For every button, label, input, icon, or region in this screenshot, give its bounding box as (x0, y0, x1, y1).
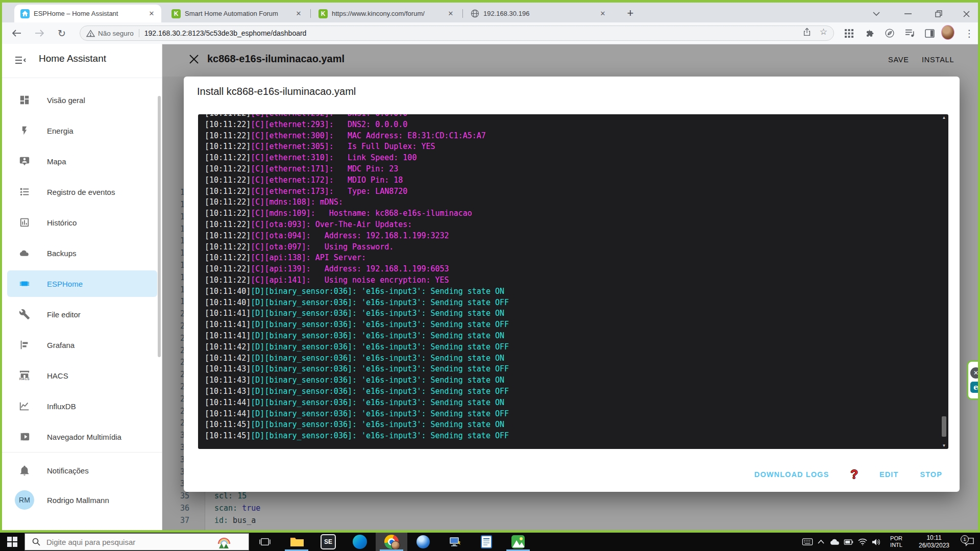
log-line: [10:11:22][C][ota:097]: Using Password. (205, 242, 948, 253)
sidebar-header: Home Assistant (2, 44, 162, 78)
tray-speaker[interactable] (869, 533, 883, 551)
log-line: [10:11:22][C][ethernet:310]: Link Speed:… (205, 153, 948, 164)
browser-tab[interactable]: 192.168.30.196✕ (464, 5, 612, 22)
log-line: [10:11:41][D][binary_sensor:036]: 'e16s-… (205, 308, 948, 319)
sidebar-item-vis-o-geral[interactable]: Visão geral (7, 87, 157, 113)
sidebar-item-notifica-es[interactable]: Notificações (7, 457, 157, 484)
tab-title: Smart Home Automation Forum (185, 10, 290, 17)
log-line: [10:11:44][D][binary_sensor:036]: 'e16s-… (205, 397, 948, 409)
sidebar-item-registro-de-eventos[interactable]: Registro de eventos (7, 179, 157, 205)
back-icon[interactable] (10, 27, 23, 40)
browser-toolbar: ↻ Não seguro 192.168.30.2:8123/5c53de3b_… (2, 22, 978, 44)
tab-separator (462, 9, 463, 18)
taskbar-app-edge[interactable] (344, 533, 376, 551)
badge-account-icon (18, 155, 31, 167)
tray-cloud[interactable] (828, 533, 842, 551)
terminal-scrollbar[interactable]: ▲ ▼ (940, 115, 948, 448)
playlist-extension-icon[interactable] (903, 27, 917, 40)
home-assistant-icon (20, 9, 30, 18)
sidebar-item-hacs[interactable]: HACSHACS (7, 362, 157, 389)
edit-button[interactable]: EDIT (879, 470, 898, 479)
sidebar-collapse-icon[interactable] (14, 55, 27, 68)
sidebar-item-rodrigo-mallmann[interactable]: RMRodrigo Mallmann (7, 487, 157, 513)
browser-tab[interactable]: ESPHome – Home Assistant✕ (14, 5, 161, 22)
scroll-down-icon[interactable]: ▼ (941, 443, 947, 448)
taskbar-app-writer[interactable] (471, 533, 502, 551)
browser-menu-kebab-icon[interactable]: ⋮ (963, 27, 976, 40)
tray-keyboard[interactable] (800, 533, 814, 551)
taskbar-clock[interactable]: 10:11 26/03/2023 (910, 534, 959, 549)
keyboard-language-indicator[interactable]: PORINTL (883, 535, 910, 548)
sidebar-item-backups[interactable]: Backups (7, 240, 157, 266)
leaf-extension-icon[interactable] (883, 27, 896, 40)
sidebar-item-mapa[interactable]: Mapa (7, 148, 157, 174)
taskbar-app-remote[interactable] (439, 533, 471, 551)
search-highlight-weather-icon[interactable] (217, 536, 231, 551)
log-line: [10:11:43][D][binary_sensor:036]: 'e16s-… (205, 364, 948, 375)
hacs-icon-label: HACS (19, 377, 30, 381)
new-tab-button[interactable]: + (623, 6, 638, 21)
window-menu-chevron-icon[interactable] (865, 7, 888, 21)
sidebar-item-file-editor[interactable]: File editor (7, 301, 157, 328)
log-line: [10:11:22][C][api:139]: Address: 192.168… (205, 264, 948, 275)
wifi-icon (858, 538, 867, 545)
taskbar-app-taskview[interactable] (249, 533, 281, 551)
browser-tab[interactable]: Khttps://www.kincony.com/forum/✕ (312, 5, 460, 22)
reload-icon[interactable]: ↻ (55, 27, 68, 40)
extensions-puzzle-icon[interactable] (863, 27, 876, 40)
chevron-up-icon (818, 540, 824, 544)
search-input[interactable] (45, 537, 201, 547)
download-logs-button[interactable]: DOWNLOAD LOGS (754, 470, 829, 479)
start-button[interactable] (0, 533, 24, 551)
log-terminal[interactable]: [10:11:22][C][ethernet:292]: DNS1: 0.0.0… (198, 114, 948, 449)
taskbar-app-sphere[interactable] (407, 533, 439, 551)
forward-icon[interactable] (33, 27, 46, 40)
address-bar[interactable]: Não seguro 192.168.30.2:8123/5c53de3b_es… (80, 26, 834, 41)
sidebar-item-hist-rico[interactable]: Histórico (7, 209, 157, 236)
stop-button[interactable]: STOP (920, 470, 942, 479)
browser-profile-avatar[interactable] (941, 26, 954, 39)
url-text[interactable]: 192.168.30.2:8123/5c53de3b_esphome/dashb… (144, 29, 802, 37)
tray-chevron-up[interactable] (814, 533, 828, 551)
bookmark-star-icon[interactable]: ☆ (820, 28, 827, 39)
sidebar-item-navegador-multim-dia[interactable]: Navegador Multimídia (7, 423, 157, 450)
speaker-icon (872, 538, 881, 546)
share-icon[interactable] (802, 28, 812, 39)
apps-grid-icon[interactable] (842, 27, 855, 40)
side-panel-icon[interactable] (923, 27, 936, 40)
taskbar-app-image-viewer[interactable] (502, 533, 534, 551)
taskbar-app-se-app[interactable]: SE (312, 533, 344, 551)
tray-wifi[interactable] (855, 533, 869, 551)
user-avatar: RM (15, 490, 34, 510)
sidebar-item-esphome[interactable]: ESPHome (7, 270, 157, 297)
log-line: [10:11:22][C][mdns:109]: Hostname: kc868… (205, 208, 948, 219)
sidebar-item-label: File editor (47, 310, 81, 319)
security-label[interactable]: Não seguro (98, 30, 134, 37)
taskbar-apps: SE (249, 533, 534, 551)
help-question-icon[interactable]: ? (850, 467, 858, 482)
tab-close-icon[interactable]: ✕ (147, 10, 156, 17)
sidebar-item-influxdb[interactable]: InfluxDB (7, 393, 157, 419)
tray-battery[interactable] (842, 533, 855, 551)
tab-close-icon[interactable]: ✕ (598, 10, 607, 17)
sidebar-item-grafana[interactable]: Grafana (7, 332, 157, 358)
tab-close-icon[interactable]: ✕ (294, 10, 303, 17)
sidebar-scrollbar[interactable] (158, 96, 161, 357)
tab-close-icon[interactable]: ✕ (446, 10, 455, 17)
window-minimize-button[interactable] (896, 7, 920, 21)
log-line: [10:11:22][C][ethernet:292]: DNS1: 0.0.0… (205, 114, 948, 119)
taskbar-app-folder[interactable] (281, 533, 312, 551)
se-app-icon: SE (321, 534, 336, 549)
image-viewer-icon (511, 535, 525, 548)
scrollbar-thumb[interactable] (942, 416, 946, 437)
window-restore-button[interactable] (927, 7, 950, 21)
window-close-button[interactable] (954, 7, 978, 21)
globe-icon (471, 9, 479, 18)
taskbar-app-chrome[interactable] (376, 533, 407, 551)
browser-tab[interactable]: KSmart Home Automation Forum✕ (165, 5, 308, 22)
scroll-up-icon[interactable]: ▲ (941, 115, 947, 120)
taskbar-search[interactable] (24, 533, 249, 550)
dialog-title: Install kc868-e16s-iluminacao.yaml (197, 86, 356, 97)
sidebar-item-energia[interactable]: Energia (7, 117, 157, 144)
action-center-button[interactable]: 1 (959, 533, 980, 551)
